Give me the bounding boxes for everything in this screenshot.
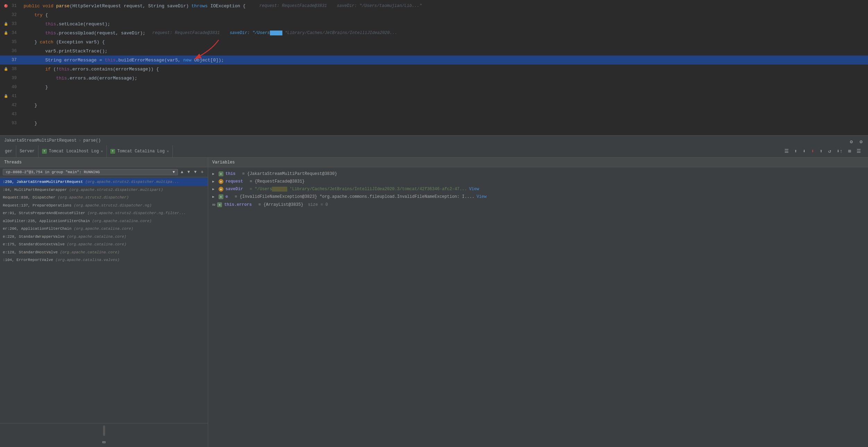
tab-ger-label: ger	[5, 149, 12, 154]
code-content-35: } catch (Exception var5) {	[21, 40, 868, 45]
breadcrumb-method: parse()	[83, 138, 101, 143]
variables-panel: Variables ▶ ≡ this = {JakartaStreamMulti…	[208, 158, 868, 447]
var-link-e[interactable]: View	[477, 194, 487, 199]
settings-icon[interactable]: ⚙	[847, 137, 856, 146]
code-content-36: var5.printStackTrace();	[21, 49, 868, 54]
toolbar-btn-reset[interactable]: ↺	[827, 147, 832, 155]
code-line-34: 🔒 34 this.processUpload(request, saveDir…	[0, 28, 868, 37]
var-item-request[interactable]: ▶ ● request = {RequestFacade@3831}	[208, 178, 868, 185]
frame-package-0: (org.apache.struts2.dispatcher.multipa..…	[85, 180, 179, 184]
var-size-this-errors: size = 0	[305, 202, 328, 207]
tab-tomcat-catalina-label: Tomcat Catalina Log	[117, 149, 165, 154]
frame-location-10: :104, ErrorReportValve	[3, 258, 56, 262]
debug-tab-bar: ger Server T Tomcat Localhost Log ✕ T To…	[0, 145, 868, 158]
debug-panel: ger Server T Tomcat Localhost Log ✕ T To…	[0, 145, 868, 447]
line-gutter-38: 🔒 38	[0, 67, 21, 71]
variables-header: Variables	[208, 158, 868, 167]
stack-item-2[interactable]: Request:838, Dispatcher (org.apache.stru…	[0, 194, 208, 202]
tab-ger[interactable]: ger	[1, 145, 16, 157]
inline-hint-34: request: RequestFacade@3831 saveDir: "/U…	[152, 31, 397, 35]
tab-tomcat-catalina-close[interactable]: ✕	[167, 149, 169, 153]
breakpoint-dot-31[interactable]: !	[4, 4, 8, 8]
stack-item-4[interactable]: er:91, StrutsPrepareAndExecuteFilter (or…	[0, 209, 208, 217]
debug-content: Threads cp-8088-2"@3,754 in group "main"…	[0, 158, 868, 447]
tab-server-label: Server	[20, 149, 35, 154]
frame-location-0: :250, JakartaStreamMultiPartRequest	[3, 180, 85, 184]
thread-dropdown-text: cp-8088-2"@3,754 in group "main": RUNNIN…	[6, 170, 100, 174]
thread-add-btn[interactable]: +	[199, 169, 205, 176]
var-item-e[interactable]: ▶ ≡ e = {InvalidFileNameException@3823} …	[208, 193, 868, 201]
code-text-93: }	[24, 121, 37, 126]
gear2-icon[interactable]: ⚙	[857, 137, 865, 146]
stack-item-10[interactable]: :104, ErrorReportValve (org.apache.catal…	[0, 256, 208, 264]
expand-icon-this: ▶	[212, 172, 216, 176]
frame-package-10: (org.apache.catalina.valves)	[56, 258, 120, 262]
toolbar-btn-up2[interactable]: ⬆	[818, 147, 824, 155]
line-gutter-31: ! 31	[0, 3, 21, 8]
tab-tomcat-catalina[interactable]: T Tomcat Catalina Log ✕	[107, 145, 173, 157]
line-gutter-42: 42	[0, 103, 21, 108]
stack-item-8[interactable]: e:175, StandardContextValve (org.apache.…	[0, 241, 208, 248]
line-gutter-93: 93	[0, 121, 21, 126]
frame-package-6: (org.apache.catalina.core)	[74, 227, 134, 231]
var-type-icon-this: ≡	[219, 171, 223, 176]
var-value-e: = {InvalidFileNameException@3823} "org.a…	[235, 194, 474, 199]
code-lines: ! 31 public void parse(HttpServletReques…	[0, 0, 868, 129]
stack-item-5[interactable]: alDoFilter:235, ApplicationFilterChain (…	[0, 217, 208, 225]
variable-list[interactable]: ▶ ≡ this = {JakartaStreamMultiPartReques…	[208, 167, 868, 447]
breakpoint-area-38: 🔒	[3, 67, 8, 71]
code-line-40: 40 }	[0, 83, 868, 92]
var-item-savedir[interactable]: ▶ ● saveDir = "/Users■■■■■■ 'Library/Cac…	[208, 185, 868, 193]
toolbar-btn-down-red[interactable]: ⬇	[810, 147, 815, 155]
tab-server[interactable]: Server	[16, 145, 39, 157]
code-content-93: }	[21, 121, 868, 126]
code-line-43: 43	[0, 110, 868, 119]
stack-item-7[interactable]: e:228, StandardWrapperValve (org.apache.…	[0, 233, 208, 241]
code-text-34: this.processUpload(request, saveDir);	[24, 31, 145, 36]
toolbar-btn-down[interactable]: ⬇	[801, 147, 807, 155]
var-item-this-errors[interactable]: ∞ ≡ this.errors = {ArrayList@3835} size …	[208, 201, 868, 209]
line-gutter-33: 🔒 33	[0, 22, 21, 26]
tab-tomcat-localhost[interactable]: T Tomcat Localhost Log ✕	[39, 145, 107, 157]
thread-dropdown[interactable]: cp-8088-2"@3,754 in group "main": RUNNIN…	[3, 169, 178, 175]
var-name-this-errors: this.errors	[224, 202, 252, 207]
stack-list[interactable]: :250, JakartaStreamMultiPartRequest (org…	[0, 177, 208, 423]
toolbar-btn-grid[interactable]: ⊞	[847, 147, 852, 155]
infinity-btn[interactable]: ∞	[102, 439, 106, 446]
expand-icon-e: ▶	[212, 195, 216, 199]
code-content-32: try {	[21, 12, 868, 18]
toolbar-btn-up[interactable]: ⬆	[793, 147, 799, 155]
var-link-savedir[interactable]: View	[469, 187, 479, 192]
stack-item-0[interactable]: :250, JakartaStreamMultiPartRequest (org…	[0, 178, 208, 186]
tab-tomcat-localhost-close[interactable]: ✕	[101, 149, 103, 153]
line-gutter-35: 35	[0, 40, 21, 44]
line-number-34: 34	[8, 31, 18, 35]
code-line-32: 32 try {	[0, 10, 868, 19]
thread-down-btn[interactable]: ▼	[186, 169, 191, 175]
code-text-37: String errorMessage = this.buildErrorMes…	[24, 58, 224, 63]
line-number-42: 42	[8, 103, 18, 108]
thread-up-btn[interactable]: ▲	[179, 169, 185, 175]
toolbar-btn-lines[interactable]: ☰	[855, 147, 862, 155]
stack-item-6[interactable]: er:206, ApplicationFilterChain (org.apac…	[0, 225, 208, 233]
code-line-33: 🔒 33 this.setLocale(request);	[0, 19, 868, 28]
toolbar-btn-list[interactable]: ☰	[783, 147, 790, 155]
var-item-this[interactable]: ▶ ≡ this = {JakartaStreamMultiPartReques…	[208, 170, 868, 178]
thread-filter-btn[interactable]: ▼	[193, 169, 198, 175]
scroll-bar-thumb[interactable]	[103, 425, 105, 436]
stack-item-3[interactable]: Request:137, PrepareOperations (org.apac…	[0, 202, 208, 210]
line-number-41: 41	[8, 94, 18, 99]
variables-title: Variables	[212, 160, 235, 165]
code-text-42: }	[24, 103, 37, 108]
line-number-33: 33	[8, 22, 18, 26]
frame-location-6: er:206, ApplicationFilterChain	[3, 227, 74, 231]
toolbar-btn-step[interactable]: ⬇↑	[835, 147, 844, 155]
stack-item-1[interactable]: :84, MultiPartRequestWrapper (org.apache…	[0, 186, 208, 194]
frame-location-2: Request:838, Dispatcher	[3, 195, 58, 200]
stack-item-9[interactable]: e:128, StandardHostValve (org.apache.cat…	[0, 248, 208, 256]
frame-package-5: (org.apache.catalina.core)	[92, 219, 152, 223]
threads-header: Threads	[0, 158, 208, 167]
lock-icon-41: 🔒	[4, 94, 8, 98]
line-gutter-34: 🔒 34	[0, 31, 21, 35]
code-line-41: 🔒 41	[0, 92, 868, 101]
